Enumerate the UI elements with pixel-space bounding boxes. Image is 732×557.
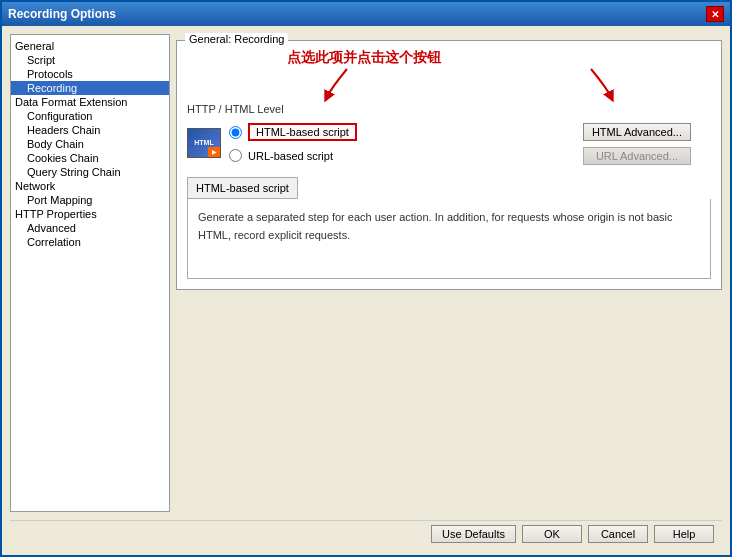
tree-item-headers-chain[interactable]: Headers Chain bbox=[11, 123, 169, 137]
radio-group: HTML-based script URL-based script bbox=[229, 123, 357, 162]
tree-panel: GeneralScriptProtocolsRecordingData Form… bbox=[10, 34, 170, 512]
html-radio[interactable] bbox=[229, 126, 242, 139]
main-window: Recording Options ✕ GeneralScriptProtoco… bbox=[0, 0, 732, 557]
tree-item-body-chain[interactable]: Body Chain bbox=[11, 137, 169, 151]
tree-item-correlation[interactable]: Correlation bbox=[11, 235, 169, 249]
tree-item-advanced[interactable]: Advanced bbox=[11, 221, 169, 235]
tree-item-cookies-chain[interactable]: Cookies Chain bbox=[11, 151, 169, 165]
group-label: General: Recording bbox=[185, 33, 288, 45]
footer-bar: Use Defaults OK Cancel Help bbox=[10, 520, 722, 547]
tree-item-protocols[interactable]: Protocols bbox=[11, 67, 169, 81]
title-controls: ✕ bbox=[706, 6, 724, 22]
left-arrow-icon bbox=[317, 67, 367, 102]
ok-button[interactable]: OK bbox=[522, 525, 582, 543]
html-advanced-button[interactable]: HTML Advanced... bbox=[583, 123, 691, 141]
tree-item-port-mapping[interactable]: Port Mapping bbox=[11, 193, 169, 207]
tree-item-recording[interactable]: Recording bbox=[11, 81, 169, 95]
close-button[interactable]: ✕ bbox=[706, 6, 724, 22]
description-section: HTML-based script Generate a separated s… bbox=[187, 177, 711, 279]
tree-item-query-string[interactable]: Query String Chain bbox=[11, 165, 169, 179]
http-level-section: HTTP / HTML Level HTML ▶ bbox=[187, 103, 711, 165]
window-title: Recording Options bbox=[8, 7, 116, 21]
tree-item-http-props[interactable]: HTTP Properties bbox=[11, 207, 169, 221]
annotation-area: 点选此项并点击这个按钮 bbox=[187, 49, 711, 99]
right-panel: General: Recording 点选此项并点击这个按钮 bbox=[176, 34, 722, 512]
advanced-buttons: HTML Advanced... URL Advanced... bbox=[583, 123, 691, 165]
tree-item-dfe[interactable]: Data Format Extension bbox=[11, 95, 169, 109]
html-icon: HTML ▶ bbox=[187, 128, 221, 158]
url-radio-option[interactable]: URL-based script bbox=[229, 149, 357, 162]
tree-item-general[interactable]: General bbox=[11, 39, 169, 53]
html-radio-label: HTML-based script bbox=[248, 123, 357, 141]
description-text: Generate a separated step for each user … bbox=[187, 199, 711, 279]
html-radio-option[interactable]: HTML-based script bbox=[229, 123, 357, 141]
help-button[interactable]: Help bbox=[654, 525, 714, 543]
use-defaults-button[interactable]: Use Defaults bbox=[431, 525, 516, 543]
http-level-label: HTTP / HTML Level bbox=[187, 103, 711, 115]
main-content: GeneralScriptProtocolsRecordingData Form… bbox=[10, 34, 722, 512]
url-radio[interactable] bbox=[229, 149, 242, 162]
general-recording-group: General: Recording 点选此项并点击这个按钮 bbox=[176, 40, 722, 290]
chinese-annotation: 点选此项并点击这个按钮 bbox=[287, 49, 441, 67]
title-bar: Recording Options ✕ bbox=[2, 2, 730, 26]
tree-item-script[interactable]: Script bbox=[11, 53, 169, 67]
tree-item-config[interactable]: Configuration bbox=[11, 109, 169, 123]
cancel-button[interactable]: Cancel bbox=[588, 525, 648, 543]
desc-group-label: HTML-based script bbox=[187, 177, 298, 199]
tree-item-network[interactable]: Network bbox=[11, 179, 169, 193]
url-radio-label: URL-based script bbox=[248, 150, 333, 162]
right-arrow-icon bbox=[561, 67, 621, 102]
window-body: GeneralScriptProtocolsRecordingData Form… bbox=[2, 26, 730, 555]
url-advanced-button: URL Advanced... bbox=[583, 147, 691, 165]
